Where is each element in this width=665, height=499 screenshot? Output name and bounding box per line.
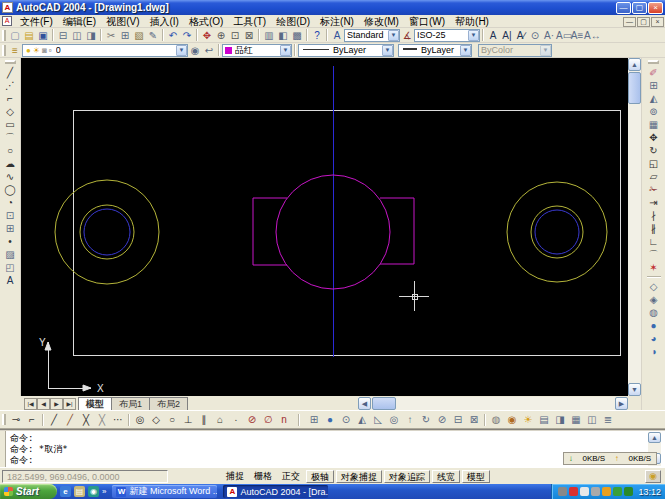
rotate-icon[interactable]: ↻ [646,144,662,157]
command-window-grip[interactable] [0,431,6,467]
copy-object-icon[interactable]: ⊞ [646,79,662,92]
construction-line-icon[interactable]: ⋰ [2,79,18,92]
save-icon[interactable]: ▣ [36,29,50,42]
snap-apparent-intersection-icon[interactable]: ╳ [94,412,110,427]
text-style-icon[interactable]: A· [542,29,556,42]
snap-extension-icon[interactable]: ⋯ [110,412,126,427]
2d-wireframe-icon[interactable]: ◇ [646,280,662,293]
horizontal-scrollbar[interactable]: ◀ [358,397,615,410]
go-first-tab-button[interactable]: |◀ [24,398,37,410]
lineweight-select[interactable]: ByLayer ▼ [398,44,472,57]
fillet-icon[interactable]: ⌒ [646,248,662,261]
break-at-point-icon[interactable]: ∤ [646,209,662,222]
copy-icon[interactable]: ⊞ [118,29,132,42]
background-icon[interactable]: ◫ [584,412,600,427]
designcenter-icon[interactable]: ◧ [276,29,290,42]
communication-center-icon[interactable]: ◉ [645,470,661,483]
chevron-down-icon[interactable]: ▼ [382,45,393,56]
wedge-icon[interactable]: ◺ [370,412,386,427]
media-player-icon[interactable]: ◉ [88,486,99,497]
sphere-icon[interactable]: ● [322,412,338,427]
snap-nearest-icon[interactable]: ⊘ [244,412,260,427]
ellipse-arc-icon[interactable]: ◔ [2,196,18,209]
scale-icon[interactable]: ◱ [646,157,662,170]
cone-icon[interactable]: ◭ [354,412,370,427]
toggle-grid[interactable]: 栅格 [250,470,276,483]
layer-on-icon[interactable]: ● [26,46,31,55]
snap-node-icon[interactable]: ∙ [228,412,244,427]
extend-icon[interactable]: ⇥ [646,196,662,209]
snap-tangent-icon[interactable]: ○ [164,412,180,427]
gouraud-shaded-icon[interactable]: ◕ [646,332,662,345]
scroll-down-icon[interactable]: ▼ [628,383,641,396]
slice-icon[interactable]: ⊘ [434,412,450,427]
line-icon[interactable]: ╱ [2,66,18,79]
tray-security-icon[interactable] [624,487,633,496]
chamfer-icon[interactable]: ∟ [646,235,662,248]
tray-input-method-icon[interactable] [591,487,600,496]
arc-icon[interactable]: ⌒ [2,131,18,144]
tray-update-icon[interactable] [602,487,611,496]
polygon-icon[interactable]: ◇ [2,105,18,118]
restore-button[interactable]: ▢ [632,2,647,14]
erase-icon[interactable]: ✐ [646,66,662,79]
ellipse-icon[interactable]: ◯ [2,183,18,196]
circle-icon[interactable]: ○ [2,144,18,157]
next-tab-button[interactable]: ▶ [50,398,63,410]
chevron-down-icon[interactable]: ▼ [176,45,187,56]
cylinder-icon[interactable]: ⊙ [338,412,354,427]
spline-icon[interactable]: ∿ [2,170,18,183]
array-icon[interactable]: ▦ [646,118,662,131]
render-icon[interactable]: ◉ [504,412,520,427]
layer-lock-icon[interactable]: ◙ [42,46,47,55]
color-select[interactable]: 品红 ▼ [222,44,292,57]
open-icon[interactable]: ▤ [22,29,36,42]
snap-none-icon[interactable]: ∅ [260,412,276,427]
cut-icon[interactable]: ✂ [104,29,118,42]
toggle-otrack[interactable]: 对象追踪 [384,470,430,483]
zoom-previous-icon[interactable]: ⊠ [242,29,256,42]
hatch-icon[interactable]: ▨ [2,248,18,261]
insert-block-icon[interactable]: ⊡ [2,209,18,222]
tab-layout2[interactable]: 布局2 [149,397,188,410]
render-statistics-icon[interactable]: ≣ [600,412,616,427]
chevron-down-icon[interactable]: ▼ [468,30,479,41]
paste-icon[interactable]: ▧ [132,29,146,42]
dim-style-select[interactable]: ISO-25 ▼ [414,29,480,42]
make-block-icon[interactable]: ⊞ [2,222,18,235]
toggle-snap[interactable]: 捕捉 [222,470,248,483]
snap-perpendicular-icon[interactable]: ⊥ [180,412,196,427]
layer-freeze-icon[interactable]: ☀ [33,46,40,55]
chevron-down-icon[interactable]: ▼ [460,45,471,56]
toggle-lineweight[interactable]: 线宽 [432,470,460,483]
publish-icon[interactable]: ◨ [84,29,98,42]
revision-cloud-icon[interactable]: ☁ [2,157,18,170]
polyline-icon[interactable]: ⌐ [2,92,18,105]
dim-style-manager-icon[interactable]: ∡ [400,29,414,42]
vertical-scrollbar[interactable]: ▲ ▼ [628,58,641,396]
hidden-icon[interactable]: ◍ [646,306,662,319]
go-last-tab-button[interactable]: ▶| [63,398,76,410]
tray-antivirus-icon[interactable] [569,487,578,496]
tray-network-icon[interactable] [613,487,622,496]
find-replace-icon[interactable]: ⊙ [528,29,542,42]
extrude-icon[interactable]: ↑ [402,412,418,427]
chevron-down-icon[interactable]: ▼ [388,30,399,41]
tray-messenger-icon[interactable] [580,487,589,496]
region-icon[interactable]: ◰ [2,261,18,274]
rectangle-icon[interactable]: ▭ [2,118,18,131]
layer-select[interactable]: ●☀◙▫ 0 ▼ [22,44,188,57]
osnap-settings-icon[interactable]: n [276,412,292,427]
explode-icon[interactable]: ✶ [646,261,662,274]
tray-device-icon[interactable] [558,487,567,496]
snap-parallel-icon[interactable]: ∥ [196,412,212,427]
single-line-text-icon[interactable]: A| [500,29,514,42]
properties-icon[interactable]: ▥ [262,29,276,42]
internet-explorer-icon[interactable]: e [60,486,71,497]
help-icon[interactable]: ? [310,29,324,42]
scroll-up-icon[interactable]: ▲ [648,432,661,443]
hide-icon[interactable]: ◍ [488,412,504,427]
move-icon[interactable]: ✥ [646,131,662,144]
menu-window[interactable]: 窗口(W) [404,15,450,28]
taskbar-clock[interactable]: 13:12 [638,487,661,497]
